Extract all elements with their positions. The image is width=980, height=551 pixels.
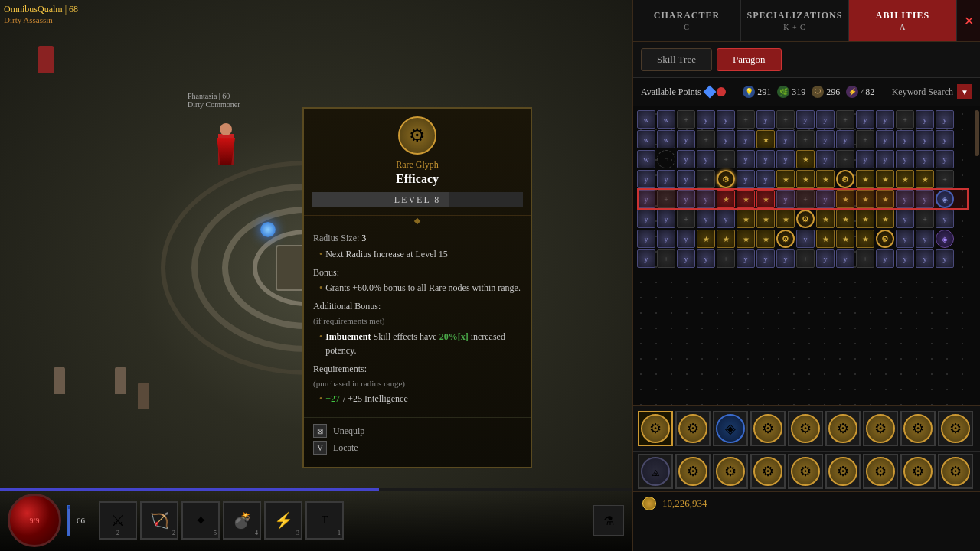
- glyph-slot-r2-3[interactable]: ⚙: [713, 454, 748, 489]
- glyph-socket-2[interactable]: ⚙: [836, 170, 854, 188]
- node[interactable]: ★: [816, 210, 835, 228]
- node[interactable]: w: [637, 130, 655, 148]
- node[interactable]: +: [657, 190, 675, 208]
- node[interactable]: w: [657, 110, 675, 129]
- node[interactable]: ★: [896, 170, 914, 188]
- node[interactable]: ★: [876, 170, 894, 188]
- node[interactable]: +: [717, 150, 735, 168]
- node[interactable]: y: [916, 249, 934, 268]
- node[interactable]: ★: [697, 230, 715, 248]
- node[interactable]: +: [836, 110, 854, 129]
- node[interactable]: +: [856, 130, 874, 148]
- glyph-socket-3[interactable]: ⚙: [796, 210, 815, 228]
- node[interactable]: ★: [856, 230, 874, 248]
- node-blue[interactable]: ◈: [936, 190, 954, 208]
- node[interactable]: y: [816, 110, 835, 129]
- node[interactable]: y: [936, 110, 954, 129]
- grid-scrollbar[interactable]: [974, 106, 980, 405]
- node[interactable]: +: [697, 170, 715, 188]
- node[interactable]: y: [737, 170, 755, 188]
- node[interactable]: y: [657, 170, 675, 188]
- node[interactable]: +: [657, 249, 675, 268]
- node[interactable]: y: [697, 210, 715, 228]
- node[interactable]: ★: [756, 130, 775, 148]
- node[interactable]: y: [896, 150, 914, 168]
- node[interactable]: y: [856, 150, 874, 168]
- node[interactable]: y: [697, 249, 715, 268]
- node[interactable]: y: [717, 110, 735, 129]
- sub-tab-skill-tree[interactable]: Skill Tree: [641, 48, 712, 71]
- node[interactable]: ★: [756, 210, 775, 228]
- glyph-socket-4[interactable]: ⚙: [776, 230, 795, 248]
- tab-character[interactable]: CHARACTER C: [633, 0, 741, 41]
- node[interactable]: y: [916, 150, 934, 168]
- node[interactable]: ★: [776, 210, 795, 228]
- skill-slot-4[interactable]: 💣 4: [223, 501, 261, 540]
- glyph-slot-2[interactable]: ⚙: [675, 411, 710, 446]
- node[interactable]: ★: [717, 190, 735, 208]
- node[interactable]: ★: [796, 150, 815, 168]
- glyph-slot-6[interactable]: ⚙: [825, 411, 861, 446]
- node[interactable]: ★: [737, 230, 755, 248]
- node[interactable]: y: [756, 249, 775, 268]
- node[interactable]: y: [637, 190, 655, 208]
- node[interactable]: y: [737, 130, 755, 148]
- node[interactable]: y: [876, 150, 894, 168]
- tab-specializations[interactable]: SPECIALIZATIONS K + C: [741, 0, 849, 41]
- node[interactable]: y: [936, 210, 954, 228]
- node[interactable]: ★: [756, 190, 775, 208]
- skill-slot-2[interactable]: 🏹 2: [140, 501, 178, 540]
- node[interactable]: y: [697, 110, 715, 129]
- glyph-socket[interactable]: ⚙: [717, 170, 735, 188]
- node[interactable]: +: [936, 170, 954, 188]
- glyph-slot-7[interactable]: ⚙: [863, 411, 898, 446]
- node[interactable]: y: [637, 210, 655, 228]
- node[interactable]: y: [796, 230, 815, 248]
- node[interactable]: ★: [756, 230, 775, 248]
- node[interactable]: +: [796, 130, 815, 148]
- node[interactable]: y: [916, 190, 934, 208]
- node[interactable]: y: [677, 170, 695, 188]
- glyph-slot-3[interactable]: ◈: [713, 411, 748, 446]
- node[interactable]: y: [836, 130, 854, 148]
- node[interactable]: ★: [876, 210, 894, 228]
- extra-slot[interactable]: ⚗: [593, 505, 624, 536]
- node[interactable]: y: [657, 210, 675, 228]
- node[interactable]: ★: [836, 210, 854, 228]
- node[interactable]: ★: [856, 210, 874, 228]
- glyph-slot-8[interactable]: ⚙: [900, 411, 936, 446]
- node[interactable]: y: [896, 249, 914, 268]
- glyph-slot-9[interactable]: ⚙: [938, 411, 973, 446]
- node[interactable]: y: [717, 130, 735, 148]
- node[interactable]: +: [737, 110, 755, 129]
- node-socket[interactable]: ○: [657, 150, 675, 168]
- node[interactable]: y: [816, 249, 835, 268]
- node[interactable]: ★: [776, 170, 795, 188]
- node[interactable]: y: [936, 150, 954, 168]
- close-button[interactable]: ✕: [957, 0, 980, 41]
- node[interactable]: y: [856, 110, 874, 129]
- node[interactable]: w: [637, 150, 655, 168]
- node[interactable]: ★: [737, 190, 755, 208]
- node[interactable]: +: [677, 210, 695, 228]
- node[interactable]: y: [677, 150, 695, 168]
- node[interactable]: y: [737, 150, 755, 168]
- node[interactable]: +: [677, 110, 695, 129]
- node[interactable]: ★: [876, 190, 894, 208]
- node[interactable]: +: [856, 249, 874, 268]
- node-special[interactable]: ◈: [936, 230, 954, 248]
- node[interactable]: y: [936, 249, 954, 268]
- node[interactable]: ★: [836, 230, 854, 248]
- node[interactable]: y: [697, 190, 715, 208]
- glyph-socket-5[interactable]: ⚙: [876, 230, 894, 248]
- node[interactable]: y: [776, 190, 795, 208]
- node[interactable]: y: [677, 190, 695, 208]
- node[interactable]: y: [677, 230, 695, 248]
- skill-slot-3[interactable]: ✦ 5: [181, 501, 220, 540]
- node[interactable]: y: [756, 170, 775, 188]
- glyph-slot-r2-1[interactable]: ⟁: [638, 454, 673, 489]
- glyph-slot-r2-9[interactable]: ⚙: [938, 454, 973, 489]
- node[interactable]: y: [697, 150, 715, 168]
- node[interactable]: y: [896, 210, 914, 228]
- node[interactable]: ★: [856, 190, 874, 208]
